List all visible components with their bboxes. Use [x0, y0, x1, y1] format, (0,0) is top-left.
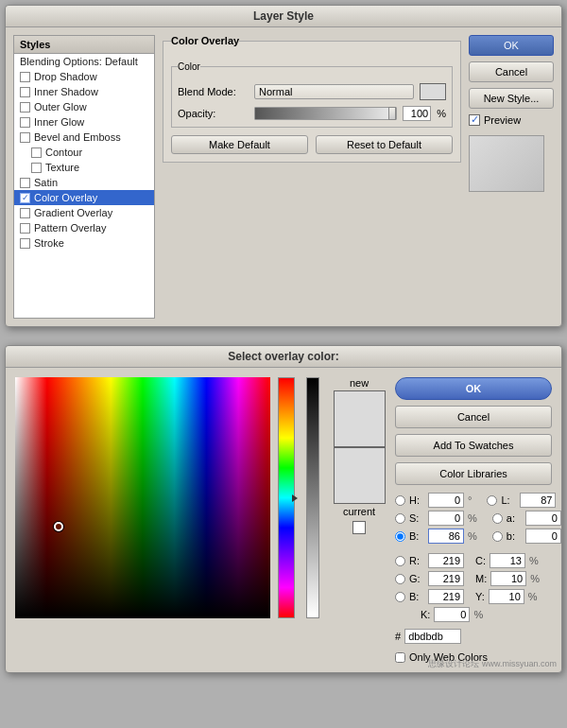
hex-input[interactable] [404, 629, 461, 644]
preview-checkbox[interactable] [469, 114, 480, 126]
cv-row-r: R: C: % [395, 553, 552, 568]
radio-h[interactable] [395, 495, 405, 506]
hue-strip[interactable] [278, 377, 295, 618]
a-input[interactable] [525, 511, 561, 526]
style-label: Outer Glow [34, 101, 87, 113]
style-label: Gradient Overlay [34, 207, 112, 218]
l-input[interactable] [520, 493, 556, 508]
br-input[interactable] [428, 589, 464, 604]
checkbox-contour[interactable] [31, 147, 42, 158]
blend-mode-row: Blend Mode: Normal [178, 83, 446, 100]
swatch-small-icon[interactable] [352, 521, 366, 534]
opacity-slider[interactable] [254, 107, 397, 120]
radio-l[interactable] [487, 495, 497, 506]
style-label: Drop Shadow [34, 71, 97, 82]
radio-r[interactable] [395, 556, 405, 566]
action-panel: OK Cancel New Style... Preview [469, 35, 554, 319]
style-label: Stroke [34, 237, 64, 249]
cv-row-s: S: % a: [395, 511, 552, 526]
style-item-stroke[interactable]: Stroke [14, 235, 154, 251]
radio-g[interactable] [395, 574, 405, 584]
reset-to-default-button[interactable]: Reset to Default [316, 135, 453, 154]
m-unit: % [530, 573, 540, 584]
s-unit: % [468, 512, 477, 524]
checkbox-inner-shadow[interactable] [20, 87, 30, 97]
current-swatch [334, 447, 386, 504]
style-label: Contour [45, 147, 82, 158]
alpha-slider-area[interactable] [306, 377, 323, 618]
blend-mode-select[interactable]: Normal [254, 84, 414, 99]
checkbox-pattern-overlay[interactable] [20, 223, 30, 234]
ok-button[interactable]: OK [469, 35, 554, 56]
k-input[interactable] [434, 607, 470, 622]
k-unit: % [473, 609, 483, 620]
radio-b-lab[interactable] [492, 531, 503, 542]
style-item-color-overlay[interactable]: Color Overlay [14, 190, 154, 205]
new-style-button[interactable]: New Style... [469, 88, 554, 109]
y-input[interactable] [489, 589, 524, 604]
checkbox-gradient-overlay[interactable] [20, 208, 30, 218]
separator [395, 546, 552, 550]
color-gradient-area[interactable] [15, 377, 270, 618]
style-item-inner-glow[interactable]: Inner Glow [14, 114, 154, 130]
style-item-pattern-overlay[interactable]: Pattern Overlay [14, 220, 154, 235]
radio-b[interactable] [395, 531, 405, 542]
style-item-outer-glow[interactable]: Outer Glow [14, 99, 154, 114]
section-legend: Color Overlay [171, 35, 239, 46]
hue-indicator [292, 494, 298, 502]
checkbox-drop-shadow[interactable] [20, 72, 30, 82]
checkbox-inner-glow[interactable] [20, 117, 30, 128]
style-item-drop-shadow[interactable]: Drop Shadow [14, 69, 154, 84]
alpha-strip[interactable] [306, 377, 319, 618]
checkbox-outer-glow[interactable] [20, 102, 30, 113]
preview-text: Preview [484, 114, 521, 126]
b-input[interactable] [428, 529, 464, 544]
make-default-button[interactable]: Make Default [171, 135, 308, 154]
cv-row-k: K: % [395, 607, 552, 622]
opacity-input[interactable] [403, 106, 431, 121]
cancel-button[interactable]: Cancel [469, 61, 554, 82]
web-colors-checkbox[interactable] [395, 652, 405, 663]
checkbox-stroke[interactable] [20, 238, 30, 249]
color-picker-ok-button[interactable]: OK [395, 377, 552, 400]
style-item-blending-options[interactable]: Blending Options: Default [14, 54, 154, 69]
color-swatch[interactable] [420, 83, 446, 100]
style-item-gradient-overlay[interactable]: Gradient Overlay [14, 205, 154, 220]
s-input[interactable] [428, 511, 464, 526]
add-to-swatches-button[interactable]: Add To Swatches [395, 434, 552, 457]
c-input[interactable] [490, 553, 525, 568]
new-swatch[interactable] [334, 390, 386, 447]
hex-hash: # [395, 631, 401, 642]
radio-a[interactable] [492, 513, 503, 524]
y-label: Y: [475, 591, 485, 602]
l-label: L: [501, 494, 516, 506]
b-unit: % [468, 530, 477, 542]
hue-slider-area[interactable] [278, 377, 299, 618]
radio-s[interactable] [395, 513, 405, 524]
style-item-satin[interactable]: Satin [14, 175, 154, 190]
g-label: G: [409, 573, 424, 584]
r-input[interactable] [428, 553, 464, 568]
h-input[interactable] [428, 493, 464, 508]
style-label: Texture [45, 162, 79, 173]
new-label: new [350, 377, 369, 389]
checkbox-texture[interactable] [31, 163, 42, 173]
m-label: M: [475, 573, 487, 584]
window-title: Layer Style [6, 6, 561, 27]
b-lab-input[interactable] [525, 529, 561, 544]
color-picker-cancel-button[interactable]: Cancel [395, 406, 552, 428]
radio-br[interactable] [395, 592, 405, 602]
m-input[interactable] [490, 571, 526, 586]
g-input[interactable] [428, 571, 464, 586]
color-group: Color Blend Mode: Normal Opacity: % [171, 61, 453, 128]
checkbox-bevel-emboss[interactable] [20, 132, 30, 143]
hex-row: # [395, 629, 552, 644]
style-item-inner-shadow[interactable]: Inner Shadow [14, 84, 154, 99]
h-unit: ° [468, 494, 472, 506]
checkbox-satin[interactable] [20, 178, 30, 188]
style-item-texture[interactable]: Texture [14, 160, 154, 175]
style-item-bevel-emboss[interactable]: Bevel and Emboss [14, 130, 154, 145]
style-item-contour[interactable]: Contour [14, 145, 154, 160]
checkbox-color-overlay[interactable] [20, 193, 30, 203]
color-libraries-button[interactable]: Color Libraries [395, 462, 552, 485]
